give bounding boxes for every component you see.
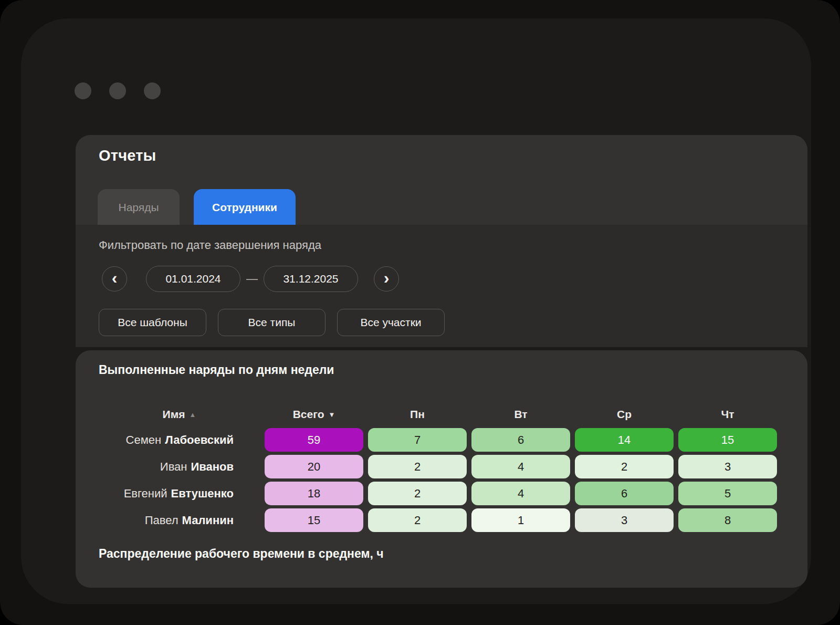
heatmap-cell-total: 18 xyxy=(265,482,363,505)
date-to-button[interactable]: 31.12.2025 xyxy=(264,266,358,292)
window-dot-icon[interactable] xyxy=(75,82,91,99)
tab-naryady[interactable]: Наряды xyxy=(98,189,180,225)
page-title: Отчеты xyxy=(99,147,156,164)
employee-first-name: Иван xyxy=(160,460,187,474)
window-controls xyxy=(75,82,161,99)
heatmap-cell-mon: 2 xyxy=(368,482,467,505)
heatmap-cell-wed: 6 xyxy=(575,482,674,505)
column-header-name[interactable]: Имя ▲ xyxy=(99,404,260,425)
employee-name: Иван Иванов xyxy=(99,455,260,478)
employee-name: Павел Малинин xyxy=(99,508,260,532)
heatmap-cell-total: 20 xyxy=(265,455,363,478)
app-window: Отчеты Наряды Сотрудники Фильтровать по … xyxy=(21,18,811,604)
window-dot-icon[interactable] xyxy=(109,82,126,99)
all-sections-button[interactable]: Все участки xyxy=(337,309,445,336)
column-header-total-label: Всего xyxy=(293,408,324,421)
all-templates-button[interactable]: Все шаблоны xyxy=(99,309,206,336)
employee-last-name: Лабоевский xyxy=(165,433,234,447)
date-filter-label: Фильтровать по дате завершения наряда xyxy=(99,238,321,252)
heatmap-cell-thu: 5 xyxy=(678,482,777,505)
employee-last-name: Малинин xyxy=(182,514,234,527)
employee-first-name: Евгений xyxy=(124,487,167,501)
date-range-separator: — xyxy=(240,272,264,286)
heatmap-cell-tue: 4 xyxy=(471,455,570,478)
heatmap-cell-tue: 6 xyxy=(471,428,570,452)
heatmap-cell-mon: 2 xyxy=(368,508,467,532)
next-period-button[interactable]: › xyxy=(374,266,399,291)
employee-last-name: Евтушенко xyxy=(171,487,234,501)
column-header-tue: Вт xyxy=(471,404,570,425)
column-header-total[interactable]: Всего ▼ xyxy=(265,404,363,425)
all-types-button[interactable]: Все типы xyxy=(218,309,326,336)
report-title: Выполненные наряды по дням недели xyxy=(99,363,334,377)
column-header-wed: Ср xyxy=(575,404,674,425)
tab-bar: Наряды Сотрудники xyxy=(98,189,296,225)
heatmap-cell-total: 15 xyxy=(265,508,363,532)
prev-period-button[interactable]: ‹ xyxy=(102,266,127,291)
employee-first-name: Семен xyxy=(126,433,162,447)
heatmap-cell-thu: 8 xyxy=(678,508,777,532)
heatmap-cell-tue: 1 xyxy=(471,508,570,532)
heatmap-cell-wed: 2 xyxy=(575,455,674,478)
heatmap-cell-tue: 4 xyxy=(471,482,570,505)
employee-name: Евгений Евтушенко xyxy=(99,482,260,505)
employee-name: Семен Лабоевский xyxy=(99,428,260,452)
filters-panel: Фильтровать по дате завершения наряда ‹ … xyxy=(76,225,807,347)
filter-chips-row: Все шаблоны Все типы Все участки xyxy=(99,309,445,336)
date-from-button[interactable]: 01.01.2024 xyxy=(146,266,240,292)
report-card: Выполненные наряды по дням недели Имя ▲ … xyxy=(76,350,807,588)
heatmap-cell-mon: 7 xyxy=(368,428,467,452)
tab-sotrudniki[interactable]: Сотрудники xyxy=(194,189,296,225)
sort-asc-icon: ▲ xyxy=(190,411,196,418)
heatmap-cell-wed: 14 xyxy=(575,428,674,452)
chevron-left-icon: ‹ xyxy=(112,266,118,289)
next-report-title: Распределение рабочего времени в среднем… xyxy=(99,547,384,561)
employee-last-name: Иванов xyxy=(191,460,234,474)
column-header-name-label: Имя xyxy=(163,408,185,421)
heatmap-cell-thu: 15 xyxy=(678,428,777,452)
employee-first-name: Павел xyxy=(145,514,178,527)
heatmap-cell-mon: 2 xyxy=(368,455,467,478)
sort-desc-icon: ▼ xyxy=(328,411,335,418)
chevron-right-icon: › xyxy=(384,266,390,289)
page-background: Отчеты Наряды Сотрудники Фильтровать по … xyxy=(0,0,840,625)
window-dot-icon[interactable] xyxy=(144,82,161,99)
heatmap-cell-wed: 3 xyxy=(575,508,674,532)
date-range-row: ‹ 01.01.2024 — 31.12.2025 › xyxy=(102,266,399,292)
weekday-heatmap-table: Имя ▲ Всего ▼ Пн Вт Ср Чт Семен Лабоевск… xyxy=(99,404,777,532)
reports-header-panel: Отчеты Наряды Сотрудники xyxy=(76,135,807,225)
column-header-mon: Пн xyxy=(368,404,467,425)
heatmap-cell-thu: 3 xyxy=(678,455,777,478)
heatmap-cell-total: 59 xyxy=(265,428,363,452)
column-header-thu: Чт xyxy=(678,404,777,425)
